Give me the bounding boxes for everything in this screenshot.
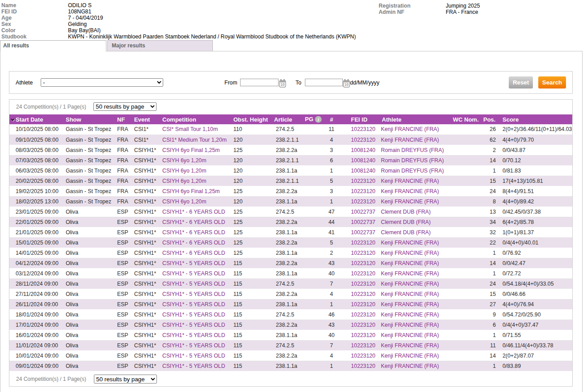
svg-text:10: 10: [344, 82, 349, 87]
svg-text:10: 10: [280, 82, 285, 87]
